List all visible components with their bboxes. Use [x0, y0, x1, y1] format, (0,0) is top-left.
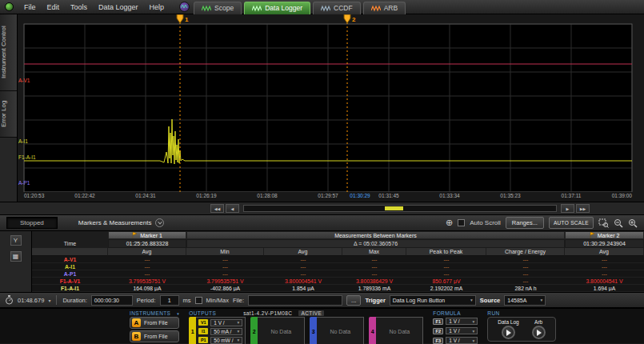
channel-number-tab[interactable]: 1: [189, 317, 196, 344]
grid-view-button[interactable]: ▦: [10, 251, 22, 262]
menu-file[interactable]: File: [18, 3, 42, 11]
trigger-select[interactable]: Data Log Run Button▾: [390, 295, 476, 306]
signals-button[interactable]: Y: [10, 235, 22, 246]
tab-label: ARB: [384, 4, 398, 12]
active-badge: ACTIVE: [298, 310, 324, 316]
chart-area[interactable]: 12 01:20:5301:22:4201:24:3101:26:1901:28…: [18, 14, 644, 202]
scale-select-p1[interactable]: 50 mW /▾: [210, 337, 242, 344]
scroll-last-button[interactable]: ▶▶: [576, 204, 590, 213]
view-selector[interactable]: Markers & Measurements: [78, 218, 165, 227]
data-log-play-button[interactable]: [502, 326, 515, 339]
period-unit-label: ms: [183, 297, 191, 304]
source-select[interactable]: 14585A▾: [504, 295, 546, 306]
zoom-in-icon[interactable]: [628, 218, 638, 228]
formula-chip-f3[interactable]: F3: [433, 338, 443, 344]
formula-chip-f1[interactable]: F1: [433, 318, 443, 325]
browse-button[interactable]: ...: [346, 295, 361, 306]
x-axis-label: 01:33:34: [439, 193, 459, 198]
col-header: Max: [342, 248, 406, 256]
measurements-table: Y ▦ Marker 1 Measurements Between Marker…: [0, 230, 644, 292]
elapsed-caret-icon[interactable]: ▾: [48, 298, 50, 303]
trace-chip-p1[interactable]: P1: [198, 337, 208, 343]
table-body: A-V1---------------------A-I1-----------…: [32, 256, 644, 292]
table-cell: ---: [406, 263, 486, 270]
formula-chip-f2[interactable]: F2: [433, 328, 443, 334]
instrument-a-from-file-button[interactable]: AFrom File: [130, 317, 179, 329]
period-input[interactable]: 1: [160, 295, 179, 306]
table-cell: ---: [486, 278, 565, 284]
scale-select-v1[interactable]: 1 V /▾: [210, 319, 242, 326]
table-cell: ---: [264, 263, 342, 270]
scope-wave-icon: [202, 5, 211, 12]
auto-scroll-checkbox[interactable]: [458, 219, 465, 226]
formula-scale-select-f3[interactable]: 1 V /▾: [446, 337, 478, 344]
menu-help[interactable]: Help: [144, 3, 170, 11]
outputs-label: OUTPUTS: [189, 310, 216, 316]
minmax-label: Min/Max: [206, 297, 229, 304]
pan-tool-icon[interactable]: ⊕: [446, 218, 453, 227]
zoom-out-icon[interactable]: [614, 218, 623, 228]
duration-input[interactable]: 000:00:30: [91, 295, 133, 306]
marker-handle-2[interactable]: [344, 14, 350, 23]
tab-data-logger[interactable]: Data Logger: [244, 2, 310, 14]
divider: [56, 295, 57, 305]
tab-label: CCDF: [334, 4, 353, 12]
between-markers-header: Measurements Between Markers: [186, 231, 565, 239]
minmax-checkbox[interactable]: [195, 297, 202, 304]
file-label: File:: [233, 297, 244, 304]
table-row-a-v1: A-V1---------------------: [32, 256, 644, 263]
table-cell: 164.098 μA: [108, 285, 186, 291]
sidebar-tab-instrument-control[interactable]: Instrument Control: [0, 14, 17, 91]
output-channels: 1V11 V /▾I150 mA /▾P150 mW /▾2No Data3No…: [189, 317, 423, 344]
formula-scale-select-f2[interactable]: 1 V /▾: [446, 327, 478, 334]
chevron-down-icon[interactable]: ▾: [177, 311, 179, 316]
scroll-track[interactable]: [243, 205, 557, 212]
tab-scope[interactable]: Scope: [194, 2, 242, 14]
table-cell: ---: [486, 270, 565, 277]
scroll-first-button[interactable]: ◀◀: [210, 204, 224, 213]
instrument-b-from-file-button[interactable]: BFrom File: [130, 330, 179, 342]
datalog-file-tag: sat1-4.2V-P1M08C: [243, 310, 292, 316]
scroll-view-segment[interactable]: [385, 206, 403, 210]
table-cell: ---: [186, 270, 264, 277]
arb-play-button[interactable]: [532, 326, 546, 339]
zoom-box-icon[interactable]: [598, 218, 609, 228]
scroll-next-button[interactable]: ▶: [561, 204, 574, 213]
scroll-prev-button[interactable]: ◀: [226, 204, 239, 213]
trigger-value: Data Log Run Button: [393, 298, 445, 303]
table-cell: 2.192202 mA: [406, 285, 486, 291]
ranges-button[interactable]: Ranges...: [506, 217, 544, 229]
scale-select-i1[interactable]: 50 mA /▾: [210, 328, 242, 335]
tab-ccdf[interactable]: CCDF: [313, 2, 361, 14]
marker-handle-1[interactable]: [177, 14, 183, 23]
formula-scale-select-f1[interactable]: 1 V /▾: [446, 318, 478, 325]
table-cell: 282 nA h: [486, 285, 565, 291]
tab-arb[interactable]: ARB: [363, 2, 406, 14]
channel-number-tab[interactable]: 3: [310, 317, 317, 344]
channel-number-tab[interactable]: 4: [369, 317, 376, 344]
formula-section: FORMULA F11 V /▾F21 V /▾F31 V /▾: [433, 310, 478, 342]
auto-scale-button[interactable]: AUTO SCALE: [549, 217, 594, 229]
col-header: Avg: [108, 248, 186, 256]
trace-chip-i1[interactable]: I1: [198, 328, 208, 334]
file-input[interactable]: [248, 295, 342, 306]
output-channel-3: 3No Data: [310, 317, 364, 344]
ccdf-wave-icon: [321, 5, 330, 12]
col-header: Min: [186, 248, 264, 256]
table-cell: ---: [108, 263, 186, 270]
instruments-section: INSTRUMENTS ▾ AFrom FileBFrom File: [130, 310, 179, 342]
tab-label: Data Logger: [265, 4, 302, 12]
sidebar: Instrument ControlError Log: [0, 14, 18, 202]
menu-data-logger[interactable]: Data Logger: [93, 3, 144, 11]
trace-chip-v1[interactable]: V1: [198, 319, 208, 326]
menu-edit[interactable]: Edit: [42, 3, 66, 11]
run-data-log: Data Log: [498, 319, 518, 339]
marker2-header[interactable]: Marker 2: [565, 231, 644, 239]
bottom-panel: INSTRUMENTS ▾ AFrom FileBFrom File OUTPU…: [0, 307, 644, 343]
sidebar-tab-error-log[interactable]: Error Log: [0, 91, 17, 138]
channel-number-tab[interactable]: 2: [250, 317, 258, 344]
menu-tools[interactable]: Tools: [65, 3, 93, 11]
stopwatch-icon: [5, 295, 14, 305]
acquisition-state: Stopped: [6, 217, 58, 229]
marker1-header[interactable]: Marker 1: [108, 231, 186, 239]
